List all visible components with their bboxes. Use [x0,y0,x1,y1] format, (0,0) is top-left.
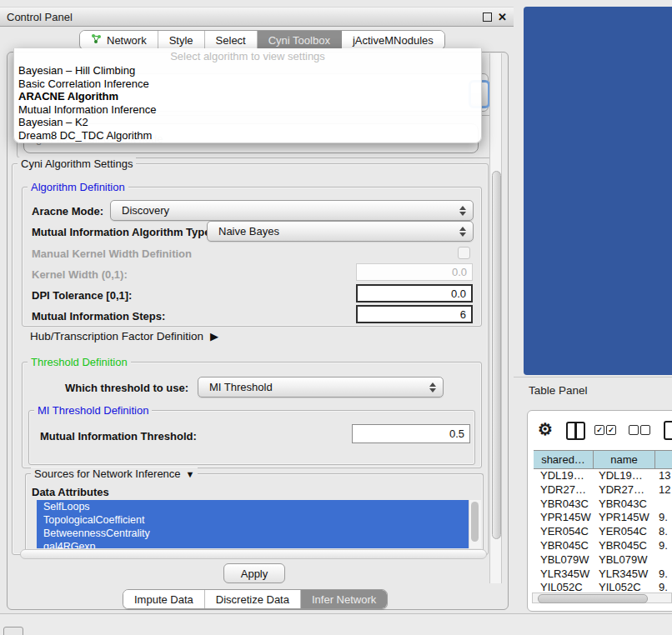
table-cell[interactable]: YDL19… [594,469,655,483]
table-row[interactable]: YLR345WYLR345W9. [534,568,672,582]
table-horizontal-scrollbar-thumb[interactable] [538,594,648,603]
mi-threshold-label: Mutual Information Threshold: [40,430,197,442]
attribute-item-topologicalcoefficient[interactable]: TopologicalCoefficient [37,513,469,527]
table-row[interactable]: YPR145WYPR145W9. [534,511,672,525]
table-cell[interactable]: 9. [655,568,672,582]
table-row[interactable]: YBR043CYBR043C [534,498,672,512]
control-panel-tabs: NetworkStyleSelectCyni ToolboxjActiveMNo… [79,30,445,50]
table-row[interactable]: YBL079WYBL079W [534,553,672,568]
table-cell[interactable]: YER054C [594,525,655,539]
select-all-icon[interactable]: ✓ [594,425,604,435]
split-table-icon[interactable] [566,422,585,440]
tab-cyni-toolbox[interactable]: Cyni Toolbox [258,31,342,49]
table-cell[interactable]: YDR27… [534,483,594,498]
table-row[interactable]: YIL052CYIL052C9. [534,581,672,593]
tab-discretize-data[interactable]: Discretize Data [205,590,301,608]
algorithm-option-dream8-dc-tdc-algorithm[interactable]: Dream8 DC_TDC Algorithm [14,129,481,142]
control-panel-titlebar[interactable]: Control Panel ✕ [0,7,514,27]
tab-select[interactable]: Select [205,31,258,49]
column-header-cut[interactable] [655,451,672,468]
deselect-all-icon[interactable] [640,425,650,435]
manual-kernel-label: Manual Kernel Width Definition [32,248,192,260]
algorithm-option-bayesian-k2[interactable]: Bayesian – K2 [14,116,481,129]
table-cell[interactable]: 9. [655,581,672,593]
table-cell[interactable]: YBR045C [534,539,594,553]
control-panel-title: Control Panel [7,11,73,23]
table-cell[interactable]: YBR043C [594,498,655,512]
table-cell[interactable]: 9. [655,511,672,525]
gear-icon[interactable]: ⚙ [538,419,553,439]
cut-button[interactable] [3,627,23,635]
settings-horizontal-scrollbar[interactable] [20,549,487,559]
table-cell[interactable]: YIL052C [534,581,594,593]
column-header-shared[interactable]: shared… [534,451,594,468]
tab-impute-data[interactable]: Impute Data [123,590,205,608]
partial-table-icon[interactable] [664,421,672,440]
apply-button[interactable]: Apply [223,563,285,583]
mi-threshold-title: MI Threshold Definition [34,404,152,417]
table-cell[interactable]: YLR345W [594,568,655,582]
table-cell[interactable]: 9. [655,539,672,553]
attribute-item-gal4rgexp[interactable]: gal4RGexp [37,540,469,548]
settings-vertical-scrollbar-thumb[interactable] [492,171,501,539]
table-cell[interactable]: YLR345W [534,568,594,582]
table-cell[interactable] [655,553,672,568]
tab-infer-network[interactable]: Infer Network [301,590,387,608]
dpi-tolerance-field[interactable]: 0.0 [356,284,473,302]
aracne-mode-combo[interactable]: Discovery [110,200,474,221]
table-row[interactable]: YBR045CYBR045C9. [534,539,672,553]
attributes-list-scrollbar-thumb[interactable] [471,502,479,542]
table-cell[interactable]: YIL052C [594,581,655,593]
attribute-item-selfloops[interactable]: SelfLoops [37,500,469,513]
data-attributes-list[interactable]: SelfLoopsTopologicalCoefficientBetweenne… [37,500,469,548]
manual-kernel-checkbox [458,247,470,259]
tab-network[interactable]: Network [80,31,158,49]
sources-title-row[interactable]: Sources for Network Inference ▼ [31,468,198,480]
table-row[interactable]: YER054CYER054C8. [534,525,672,539]
table-cell[interactable]: YBR045C [594,539,655,553]
deselect-all-icon[interactable] [629,425,639,435]
table-cell[interactable]: YBR043C [534,498,594,512]
algorithm-option-bayesian-hill-climbing[interactable]: Bayesian – Hill Climbing [14,64,481,78]
table-cell[interactable]: 8. [655,525,672,539]
table-header: shared…name [534,450,672,469]
table-cell[interactable]: 12 [655,483,672,498]
mi-threshold-field[interactable]: 0.5 [352,424,470,443]
table-cell[interactable]: 13 [655,469,672,483]
attributes-list-scrollbar [469,500,481,548]
screen: Control Panel ✕ Inference Algorithm galF… [0,0,672,635]
which-threshold-combo[interactable]: MI Threshold [198,377,444,398]
tab-jactivemnodules[interactable]: jActiveMNodules [342,31,444,49]
algorithm-option-mutual-information-inference[interactable]: Mutual Information Inference [14,103,481,117]
combo-arrows-icon [459,201,466,220]
tab-style[interactable]: Style [158,31,205,49]
table-row[interactable]: YDR27…YDR27…12 [534,483,672,498]
table-cell[interactable]: YBL079W [534,553,594,568]
column-header-name[interactable]: name [594,451,655,468]
mi-steps-field[interactable]: 6 [356,305,473,323]
hub-definition-expander[interactable]: Hub/Transcription Factor Definition ▶ [30,330,218,342]
aracne-mode-label: Aracne Mode: [32,205,103,218]
table-cell[interactable]: YBL079W [594,553,655,568]
table-cell[interactable] [655,498,672,512]
network-view-frame: GALGAL80GAL10GAL1GAL11GAL4SWI4GCY1HAP4YH… [524,7,672,375]
data-attributes-label: Data Attributes [32,486,109,498]
table-cell[interactable]: YDL19… [534,469,594,483]
table-cell[interactable]: YPR145W [594,511,655,525]
select-all-icon[interactable]: ✓ [606,425,616,435]
attribute-item-betweennesscentrality[interactable]: BetweennessCentrality [37,527,469,540]
algorithm-option-aracne-algorithm[interactable]: ARACNE Algorithm [14,90,481,103]
bottom-strip [0,614,672,635]
kernel-width-label: Kernel Width (0,1): [32,268,128,281]
expand-right-icon: ▶ [210,330,218,342]
table-cell[interactable]: YPR145W [534,511,594,525]
algorithm-option-basic-correlation-inference[interactable]: Basic Correlation Inference [14,78,481,91]
table-cell[interactable]: YER054C [534,525,594,539]
close-icon[interactable]: ✕ [498,12,507,22]
combo-arrows-icon [459,222,466,241]
table-cell[interactable]: YDR27… [594,483,655,498]
table-body[interactable]: YDL19…YDL19…13YDR27…YDR27…12YBR043CYBR04… [534,469,672,593]
mi-type-combo[interactable]: Naive Bayes [207,221,474,242]
float-window-icon[interactable] [483,12,492,22]
table-row[interactable]: YDL19…YDL19…13 [534,469,672,483]
